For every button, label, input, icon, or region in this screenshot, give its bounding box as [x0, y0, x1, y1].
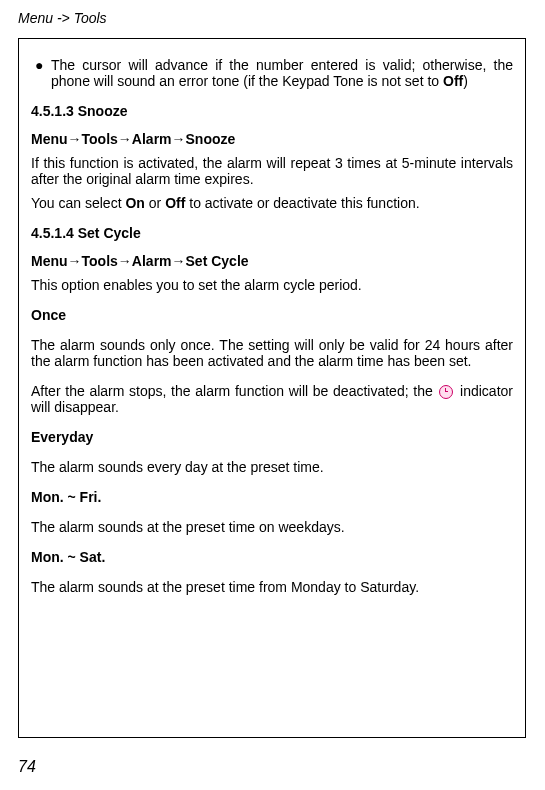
heading-monsat: Mon. ~ Sat.: [31, 549, 513, 565]
snooze-para1: If this function is activated, the alarm…: [31, 155, 513, 187]
bullet-text-bold: Off: [443, 73, 463, 89]
snooze-para2-mid: or: [145, 195, 165, 211]
monfri-para: The alarm sounds at the preset time on w…: [31, 519, 513, 535]
everyday-para: The alarm sounds every day at the preset…: [31, 459, 513, 475]
nav-path-setcycle: Menu→Tools→Alarm→Set Cycle: [31, 253, 513, 269]
header-breadcrumb: Menu -> Tools: [18, 10, 527, 26]
page-number: 74: [18, 758, 36, 776]
heading-once: Once: [31, 307, 513, 323]
monsat-para: The alarm sounds at the preset time from…: [31, 579, 513, 595]
heading-snooze: 4.5.1.3 Snooze: [31, 103, 513, 119]
once-para2: After the alarm stops, the alarm functio…: [31, 383, 513, 415]
setcycle-para: This option enables you to set the alarm…: [31, 277, 513, 293]
bullet-item: ● The cursor will advance if the number …: [31, 57, 513, 89]
bullet-text: The cursor will advance if the number en…: [51, 57, 513, 89]
snooze-para2-off: Off: [165, 195, 185, 211]
once-para2-before: After the alarm stops, the alarm functio…: [31, 383, 437, 399]
bullet-text-after: ): [463, 73, 468, 89]
heading-monfri: Mon. ~ Fri.: [31, 489, 513, 505]
heading-everyday: Everyday: [31, 429, 513, 445]
nav-path-snooze: Menu→Tools→Alarm→Snooze: [31, 131, 513, 147]
content-box: ● The cursor will advance if the number …: [18, 38, 526, 738]
snooze-para2-on: On: [125, 195, 144, 211]
alarm-clock-icon: [439, 385, 453, 399]
snooze-para2-after: to activate or deactivate this function.: [185, 195, 419, 211]
snooze-para2-before: You can select: [31, 195, 125, 211]
bullet-marker: ●: [31, 57, 51, 89]
heading-setcycle: 4.5.1.4 Set Cycle: [31, 225, 513, 241]
snooze-para2: You can select On or Off to activate or …: [31, 195, 513, 211]
once-para1: The alarm sounds only once. The setting …: [31, 337, 513, 369]
